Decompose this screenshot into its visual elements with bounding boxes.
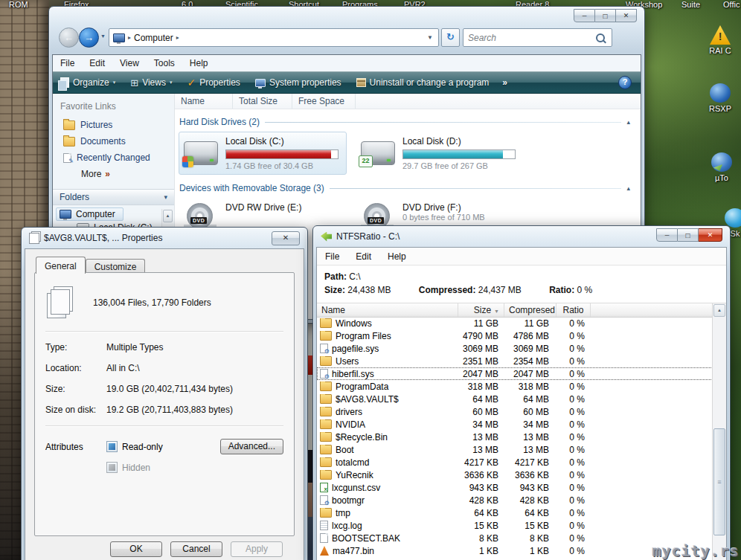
desktop-icon-label[interactable]: Suite (681, 0, 700, 9)
list-row[interactable]: ProgramData318 MB318 MB0 % (317, 380, 713, 393)
minimize-button[interactable] (656, 228, 678, 242)
forward-button[interactable] (79, 28, 99, 48)
group-header[interactable]: Devices with Removable Storage (3) (178, 179, 636, 196)
drive-tile[interactable]: Local Disk (D:)29.7 GB free of 267 GB (356, 132, 524, 175)
list-row[interactable]: hiberfil.sys2047 MB2047 MB0 % (317, 367, 713, 380)
close-icon[interactable] (272, 231, 300, 245)
hidden-checkbox[interactable] (106, 462, 118, 473)
minimize-button[interactable] (574, 9, 595, 22)
compressed-cell: 4217 KB (504, 457, 556, 468)
list-column-size[interactable]: Size (458, 303, 504, 317)
desktop-icon[interactable]: RSXP (701, 83, 740, 113)
compressed-cell: 1 KB (504, 546, 556, 556)
hidden-checkbox-row[interactable]: Hidden (106, 462, 283, 473)
menu-help[interactable]: Help (379, 251, 414, 262)
list-row[interactable]: Boot13 MB13 MB0 % (317, 443, 713, 456)
list-row[interactable]: Windows11 GB11 GB0 % (317, 317, 713, 329)
desktop-icon[interactable]: µTo (702, 152, 741, 182)
back-button[interactable] (59, 28, 79, 48)
collapse-chevron-icon[interactable] (626, 118, 635, 126)
organize-button[interactable]: Organize (53, 72, 123, 93)
desktop-icon-label[interactable]: Offic (723, 0, 740, 9)
capacity-bar (225, 149, 339, 159)
list-row[interactable]: lxcgunst.csv943 KB943 KB0 % (317, 481, 713, 494)
column-header-total-size[interactable]: Total Size (233, 94, 292, 109)
desktop-icon[interactable]: RAI C (701, 25, 740, 55)
list-row[interactable]: $Recycle.Bin13 MB13 MB0 % (317, 431, 713, 443)
system-properties-label: System properties (269, 77, 341, 88)
uninstall-button[interactable]: Uninstall or change a program (349, 72, 497, 93)
size-cell: 2351 MB (458, 356, 504, 367)
breadcrumb[interactable]: Computer (134, 33, 173, 43)
list-column-name[interactable]: Name (317, 303, 458, 317)
list-row[interactable]: pagefile.sys3069 MB3069 MB0 % (317, 342, 713, 355)
help-icon[interactable] (618, 76, 632, 89)
list-row[interactable]: tmp64 KB64 KB0 % (317, 506, 713, 519)
maximize-button[interactable] (595, 9, 616, 22)
ok-button[interactable]: OK (110, 541, 162, 557)
toolbar-overflow-chevron[interactable]: » (496, 77, 513, 88)
menu-help[interactable]: Help (182, 58, 216, 68)
refresh-button[interactable] (441, 28, 460, 47)
breadcrumb-arrow-icon[interactable] (173, 34, 182, 41)
list-row[interactable]: $AVG8.VAULT$64 MB64 MB0 % (317, 393, 713, 405)
menu-file[interactable]: File (53, 58, 82, 68)
close-button[interactable] (616, 9, 637, 22)
address-bar[interactable]: Computer (109, 28, 439, 47)
column-header-name[interactable]: Name (175, 94, 233, 109)
close-button[interactable] (699, 228, 722, 242)
list-row[interactable]: NVIDIA34 MB34 MB0 % (317, 418, 713, 431)
list-row[interactable]: Users2351 MB2354 MB0 % (317, 355, 713, 367)
shared-badge-icon (359, 155, 373, 167)
recent-pages-dropdown-icon[interactable] (100, 33, 106, 39)
scrollbar-thumb[interactable] (713, 428, 725, 535)
search-box[interactable] (463, 28, 612, 47)
desktop-icon-label[interactable]: ROM (9, 0, 28, 9)
menu-view[interactable]: View (112, 58, 147, 68)
column-header-free-space[interactable]: Free Space (292, 94, 356, 109)
list-column-compresed[interactable]: Compresed (504, 303, 556, 317)
readonly-checkbox-row[interactable]: Read-only (106, 441, 163, 452)
menu-tools[interactable]: Tools (147, 58, 182, 68)
folder-icon (320, 457, 332, 467)
address-dropdown-icon[interactable] (427, 34, 438, 41)
computer-icon (60, 210, 71, 219)
system-properties-button[interactable]: System properties (248, 72, 349, 93)
scroll-up-icon[interactable] (163, 210, 173, 222)
search-icon[interactable] (596, 33, 605, 42)
menu-edit[interactable]: Edit (82, 58, 112, 68)
drive-tile[interactable]: Local Disk (C:)1.74 GB free of 30.4 GB (179, 132, 347, 175)
readonly-checkbox[interactable] (106, 441, 118, 452)
window-title: NTFSRatio - C:\ (336, 231, 400, 242)
maximize-button[interactable] (678, 228, 699, 242)
tab-general[interactable]: General (36, 257, 86, 274)
views-button[interactable]: Views (123, 72, 179, 93)
list-row[interactable]: Program Files4790 MB4786 MB0 % (317, 329, 713, 342)
collapse-chevron-icon[interactable] (626, 184, 635, 192)
breadcrumb-arrow-icon[interactable] (125, 34, 134, 41)
dialog-titlebar[interactable]: $AVG8.VAULT$, ... Properties (22, 228, 307, 248)
list-row[interactable]: drivers60 MB60 MB0 % (317, 405, 713, 418)
list-row[interactable]: lxcg.log15 KB15 KB0 % (317, 519, 713, 532)
search-input[interactable] (463, 33, 596, 43)
cancel-button[interactable]: Cancel (170, 541, 222, 557)
sidebar-item-pictures[interactable]: Pictures (53, 117, 174, 133)
list-scrollbar[interactable] (712, 303, 726, 560)
properties-button[interactable]: Properties (179, 72, 247, 93)
apply-button[interactable]: Apply (231, 541, 283, 557)
list-row[interactable]: bootmgr428 KB428 KB0 % (317, 494, 713, 506)
list-column-ratio[interactable]: Ratio (556, 303, 591, 317)
list-row[interactable]: YuRecnik3636 KB3636 KB0 % (317, 469, 713, 481)
sidebar-item-documents[interactable]: Documents (53, 133, 174, 149)
menu-edit[interactable]: Edit (347, 251, 379, 262)
list-row[interactable]: totalcmd4217 KB4217 KB0 % (317, 456, 713, 469)
sidebar-item-recently-changed[interactable]: Recently Changed (53, 149, 174, 166)
sidebar-more[interactable]: More » (53, 166, 174, 182)
scroll-up-icon[interactable] (713, 304, 725, 317)
tree-item-computer[interactable]: Computer (56, 207, 124, 221)
menu-file[interactable]: File (317, 251, 347, 262)
folders-bar[interactable]: Folders (53, 189, 174, 205)
group-header[interactable]: Hard Disk Drives (2) (178, 113, 636, 129)
advanced-button[interactable]: Advanced... (220, 439, 283, 454)
readonly-label: Read-only (122, 442, 163, 452)
